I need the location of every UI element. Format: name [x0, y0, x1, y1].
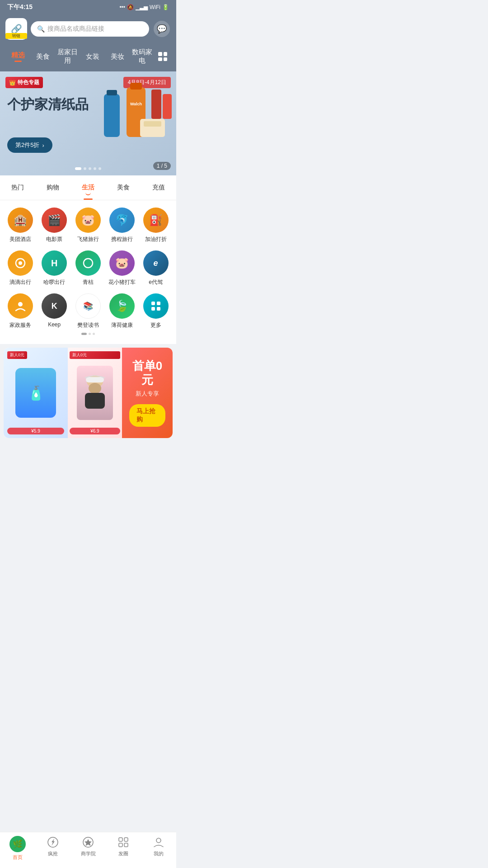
nav-tab-nvzhuang[interactable]: 女装 — [80, 51, 105, 63]
banner-cta[interactable]: 第2件5折 › — [7, 137, 52, 153]
app-ctrip[interactable]: 🐬 携程旅行 — [105, 208, 139, 243]
app-fliggy[interactable]: 🐷 飞猪旅行 — [71, 208, 105, 243]
banner[interactable]: 👑 特色专题 4月8日-4月12日 个护家清纸品 第2件5折 › Walch 1… — [0, 71, 176, 175]
promo-right-cta[interactable]: 首单0元 新人专享 马上抢购 — [122, 348, 173, 438]
ctrip-icon: 🐬 — [109, 208, 135, 233]
scroll-dot-1 — [81, 333, 87, 335]
banner-title: 个护家清纸品 — [7, 96, 89, 113]
cat-tab-gouwu[interactable]: 购物 — [35, 181, 70, 200]
search-bar[interactable]: 🔍 搜商品名或商品链接 — [31, 21, 149, 37]
banner-products: Walch — [80, 71, 177, 175]
banner-dots — [75, 167, 101, 170]
gas-icon: ⛽ — [143, 208, 169, 233]
search-placeholder: 搜商品名或商品链接 — [47, 25, 104, 33]
bohe-icon: 🍃 — [109, 293, 135, 319]
meituan-hotel-icon: 🏨 — [8, 208, 33, 233]
app-meituan-hotel[interactable]: 🏨 美团酒店 — [4, 208, 38, 243]
dot-1 — [75, 167, 81, 170]
nav-tab-shuma[interactable]: 数码家电 — [130, 46, 155, 67]
huaxiaozhu-icon: 🐷 — [109, 250, 135, 276]
status-icons: ••• 🔕 ▁▃▅ WiFi 🔋 — [119, 4, 169, 10]
fandeng-label: 樊登读书 — [77, 321, 99, 329]
price-badge-left: ¥5.9 — [7, 428, 64, 434]
promo-cta-button[interactable]: 马上抢购 — [129, 404, 165, 427]
svg-rect-14 — [157, 302, 160, 305]
huaxiaozhu-label: 花小猪打车 — [108, 278, 136, 286]
grid-menu-button[interactable] — [155, 48, 171, 65]
keep-icon: K — [42, 293, 67, 319]
new-badge-mid: 新人0元 — [70, 351, 120, 359]
status-time: 下午4:15 — [7, 3, 33, 11]
nav-tab-jujia[interactable]: 居家日用 — [55, 46, 80, 67]
logo-badge: 转链 — [5, 33, 27, 39]
hello-label: 哈啰出行 — [43, 278, 65, 286]
app-jiazhengliao[interactable]: 家政服务 — [4, 293, 38, 329]
message-icon: 💬 — [154, 21, 170, 37]
dot-3 — [89, 167, 91, 170]
sub-category-tabs: 热门 购物 生活 美食 充值 — [0, 175, 176, 200]
logo-button[interactable]: 🔗 转链 — [5, 18, 27, 40]
scroll-indicator — [0, 329, 176, 340]
wifi-icon: WiFi — [150, 4, 160, 10]
didi-label: 滴滴出行 — [9, 278, 31, 286]
app-huaxiaozhu[interactable]: 🐷 花小猪打车 — [105, 250, 139, 286]
nav-tab-meishi[interactable]: 美食 — [30, 51, 55, 63]
qingju-label: 青桔 — [83, 278, 94, 286]
product-image-mid — [77, 366, 113, 420]
fliggy-label: 飞猪旅行 — [77, 236, 99, 243]
hello-icon: H — [42, 250, 67, 276]
search-icon: 🔍 — [37, 25, 45, 33]
app-qingju[interactable]: 青桔 — [71, 250, 105, 286]
header: 🔗 转链 🔍 搜商品名或商品链接 💬 — [0, 14, 176, 43]
svg-rect-13 — [151, 302, 155, 305]
ctrip-label: 携程旅行 — [111, 236, 133, 243]
svg-rect-4 — [107, 90, 117, 95]
nav-tab-meizhuang[interactable]: 美妆 — [105, 51, 130, 63]
keep-label: Keep — [48, 321, 61, 328]
svg-rect-3 — [104, 94, 120, 137]
app-bohe[interactable]: 🍃 薄荷健康 — [105, 293, 139, 329]
new-badge-left: 新人0元 — [7, 351, 27, 359]
svg-point-12 — [18, 302, 23, 307]
app-gas[interactable]: ⛽ 加油打折 — [139, 208, 173, 243]
meituan-hotel-label: 美团酒店 — [9, 236, 31, 243]
signal-dots-icon: ••• — [119, 4, 125, 10]
svg-rect-7 — [151, 90, 161, 119]
cat-tab-remen[interactable]: 热门 — [0, 181, 35, 200]
banner-counter: 1 / 5 — [153, 162, 171, 170]
jiazhengliao-icon — [8, 293, 33, 319]
promo-mid-product: 新人0元 ¥6.9 — [68, 348, 122, 438]
battery-icon: 🔋 — [162, 4, 169, 10]
app-edaijia[interactable]: e e代驾 — [139, 250, 173, 286]
promo-left-product: 🧴 新人0元 ¥5.9 — [4, 348, 68, 438]
app-keep[interactable]: K Keep — [38, 293, 71, 329]
svg-rect-6 — [144, 121, 161, 127]
svg-rect-1 — [130, 83, 142, 90]
app-movie[interactable]: 🎬 电影票 — [38, 208, 71, 243]
nav-tab-jingxuan[interactable]: 精选 — [5, 49, 30, 64]
cat-tab-meishi2[interactable]: 美食 — [106, 181, 141, 200]
grid-icon — [158, 52, 167, 61]
svg-point-10 — [19, 261, 22, 265]
app-more[interactable]: 更多 — [139, 293, 173, 329]
edaijia-icon: e — [143, 250, 169, 276]
jiazhengliao-label: 家政服务 — [9, 321, 31, 329]
app-hello[interactable]: H 哈啰出行 — [38, 250, 71, 286]
crown-icon: 👑 — [9, 80, 16, 86]
app-didi[interactable]: 滴滴出行 — [4, 250, 38, 286]
price-badge-mid: ¥6.9 — [70, 428, 120, 434]
message-button[interactable]: 💬 — [153, 20, 171, 38]
cat-tab-shenghuo[interactable]: 生活 — [70, 181, 106, 200]
arrow-icon: › — [42, 142, 44, 149]
svg-rect-18 — [86, 377, 104, 382]
banner-tag: 👑 特色专题 — [5, 77, 43, 88]
status-bar: 下午4:15 ••• 🔕 ▁▃▅ WiFi 🔋 — [0, 0, 176, 14]
category-nav: 精选 美食 居家日用 女装 美妆 数码家电 — [0, 43, 176, 71]
app-grid-section: 🏨 美团酒店 🎬 电影票 🐷 飞猪旅行 🐬 携程旅行 ⛽ 加油打折 滴滴出行 H — [0, 200, 176, 344]
promo-subtitle: 新人专享 — [136, 390, 159, 398]
cat-tab-chongzhi[interactable]: 充值 — [141, 181, 176, 200]
fandeng-icon: 📚 — [75, 293, 101, 319]
promo-card[interactable]: 🧴 新人0元 ¥5.9 新人0元 ¥6.9 首单0元 新人专享 马上抢购 — [4, 348, 173, 438]
app-fandeng[interactable]: 📚 樊登读书 — [71, 293, 105, 329]
more-icon — [143, 293, 169, 319]
